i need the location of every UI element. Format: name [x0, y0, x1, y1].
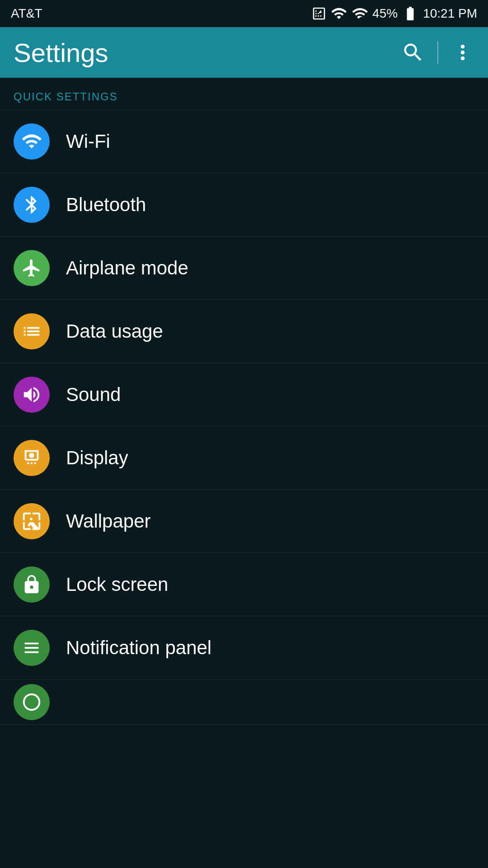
wifi-label: Wi-Fi	[66, 131, 110, 152]
settings-item-partial[interactable]	[0, 679, 488, 725]
search-icon[interactable]	[401, 41, 425, 64]
data-usage-icon	[21, 321, 42, 342]
carrier-text: AT&T	[11, 6, 42, 21]
time-text: 10:21 PM	[423, 6, 477, 21]
sound-icon	[21, 384, 42, 405]
nfc-icon	[312, 6, 326, 21]
battery-icon	[402, 5, 418, 22]
data-usage-label: Data usage	[66, 321, 163, 342]
settings-item-data-usage[interactable]: Data usage	[0, 300, 488, 363]
display-icon-container	[14, 440, 50, 476]
app-bar-actions	[401, 41, 474, 64]
app-bar-divider	[437, 41, 438, 64]
display-label: Display	[66, 447, 128, 469]
settings-item-bluetooth[interactable]: Bluetooth	[0, 173, 488, 236]
notification-panel-icon	[21, 637, 42, 658]
wifi-status-icon	[331, 5, 347, 22]
bluetooth-label: Bluetooth	[66, 194, 146, 216]
wallpaper-label: Wallpaper	[66, 510, 151, 532]
status-icons: 45% 10:21 PM	[312, 5, 477, 22]
wifi-icon	[21, 131, 42, 152]
display-icon	[21, 448, 42, 468]
wallpaper-icon-container	[14, 503, 50, 539]
svg-point-0	[29, 453, 34, 458]
lock-screen-icon-container	[14, 566, 50, 603]
notification-panel-label: Notification panel	[66, 637, 211, 659]
notification-panel-icon-container	[14, 630, 50, 666]
bluetooth-icon	[21, 194, 42, 215]
battery-percent: 45%	[372, 6, 398, 21]
partial-icon	[21, 692, 42, 712]
lock-screen-label: Lock screen	[66, 574, 168, 595]
wifi-icon-container	[14, 123, 50, 160]
bluetooth-icon-container	[14, 187, 50, 223]
lock-screen-icon	[21, 574, 42, 595]
wallpaper-icon	[21, 511, 42, 532]
data-usage-icon-container	[14, 313, 50, 349]
signal-icon	[352, 5, 368, 22]
settings-item-airplane[interactable]: Airplane mode	[0, 236, 488, 300]
airplane-icon-container	[14, 250, 50, 286]
sound-icon-container	[14, 377, 50, 413]
more-options-icon[interactable]	[451, 41, 474, 64]
status-bar: AT&T 45% 10:21 PM	[0, 0, 488, 27]
app-bar: Settings	[0, 27, 488, 78]
airplane-label: Airplane mode	[66, 257, 188, 279]
airplane-icon	[21, 258, 42, 278]
settings-item-display[interactable]: Display	[0, 426, 488, 490]
settings-item-notification-panel[interactable]: Notification panel	[0, 616, 488, 679]
settings-item-wifi[interactable]: Wi-Fi	[0, 110, 488, 173]
settings-item-lock-screen[interactable]: Lock screen	[0, 553, 488, 616]
sound-label: Sound	[66, 384, 121, 406]
app-bar-title: Settings	[14, 38, 108, 68]
partial-icon-container	[14, 684, 50, 720]
settings-item-sound[interactable]: Sound	[0, 363, 488, 426]
section-header-label: QUICK SETTINGS	[14, 90, 118, 103]
settings-item-wallpaper[interactable]: Wallpaper	[0, 490, 488, 553]
quick-settings-header: QUICK SETTINGS	[0, 78, 488, 110]
